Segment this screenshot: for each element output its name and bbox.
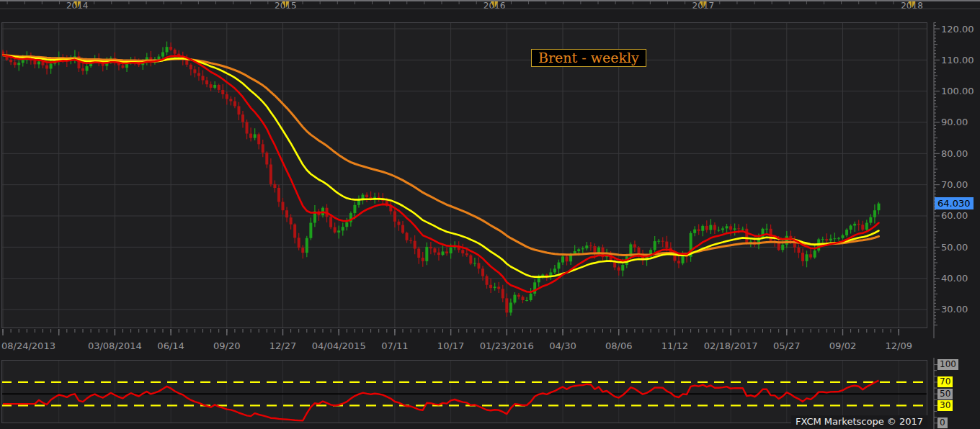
date-tick-label: 08/06 [605,340,632,351]
last-price-tag: 64.030 [935,197,974,209]
rsi-level-label-100: 100 [937,359,958,370]
date-tick-label: 08/24/2013 [1,340,55,351]
date-tick-label: 06/14 [157,340,184,351]
date-tick-label: 12/27 [270,340,296,351]
date-tick-label: 09/02 [829,340,856,351]
price-tick-label: 50.00 [941,242,968,253]
watermark: FXCM Marketscope © 2017 [791,415,927,428]
date-tick-label: 10/17 [437,340,464,351]
rsi-level-label-30: 30 [937,400,953,411]
chart-title: Brent - weekly [538,50,639,66]
month-ticks [7,1,911,4]
price-axis[interactable]: 120.00110.00100.0090.0080.0070.0060.0050… [930,22,980,339]
date-tick-label: 02/18/2017 [704,340,758,351]
date-tick-label: 03/08/2014 [88,340,142,351]
price-tick-label: 30.00 [941,304,968,315]
price-tick-label: 120.00 [941,24,974,35]
date-tick-label: 05/27 [773,340,800,351]
rsi-panel[interactable] [1,360,927,423]
price-ticks [934,22,940,325]
plot-background [1,22,927,328]
rsi-background [1,360,927,423]
date-tick-label: 04/04/2015 [312,340,366,351]
rsi-level-label-0: 0 [937,417,948,428]
date-tick-label: 04/30 [549,340,576,351]
main-chart[interactable] [1,22,927,328]
price-tick-label: 70.00 [941,179,968,190]
chart-title-box: Brent - weekly [531,49,646,67]
date-tick-label: 11/12 [662,340,688,351]
price-tick-label: 40.00 [941,273,968,284]
price-tick-label: 60.00 [941,210,968,221]
chart-window: 20142015201620172018 120.00110.00100.009… [0,0,980,429]
date-tick-label: 01/23/2016 [480,340,534,351]
price-tick-label: 100.00 [941,86,974,96]
date-axis[interactable]: 08/24/201303/08/201406/1409/2012/2704/04… [1,328,927,357]
date-tick-label: 07/11 [381,340,408,351]
rsi-level-label-50: 50 [937,389,953,399]
date-tick-label: 12/09 [885,340,912,351]
timeline-strip[interactable] [0,0,980,9]
price-tick-label: 90.00 [941,117,968,127]
date-tick-label: 09/20 [213,340,240,351]
date-ticks [3,329,899,335]
rsi-level-label-70: 70 [937,376,953,387]
price-tick-label: 110.00 [941,55,974,66]
price-tick-label: 80.00 [941,148,968,159]
candle [469,254,472,265]
